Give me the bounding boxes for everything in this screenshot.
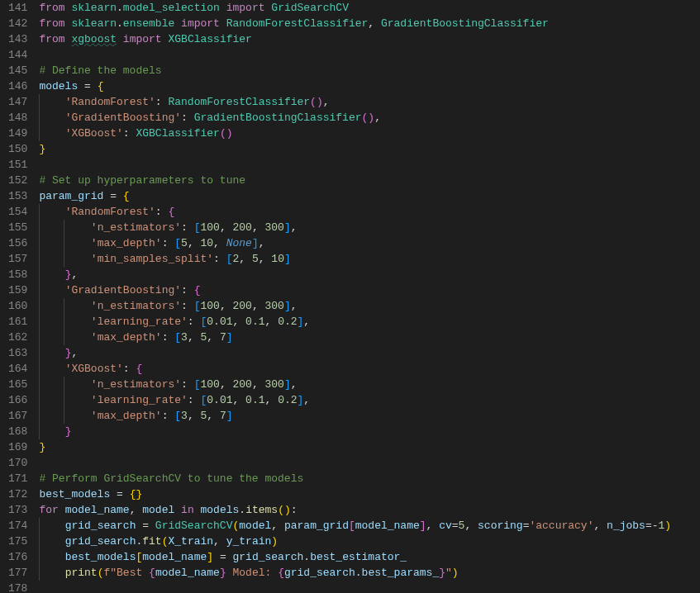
line-number: 169: [8, 439, 27, 455]
indent-guide: [39, 314, 40, 330]
token-mod: sklearn: [71, 17, 117, 30]
code-line[interactable]: 'GradientBoosting': {: [39, 282, 700, 298]
token-str: 'XGBoost': [65, 127, 123, 140]
token-fn: fit: [142, 535, 161, 548]
indent-guide: [64, 220, 64, 235]
line-number: 159: [8, 282, 27, 298]
indent-guide: [39, 220, 40, 235]
code-line[interactable]: 'RandomForest': {: [39, 204, 700, 220]
token-punc: =: [78, 80, 97, 93]
token-brk1: ): [284, 504, 291, 516]
token-punc: =-: [645, 519, 659, 532]
code-line[interactable]: 'max_depth': [5, 10, None],: [39, 235, 700, 251]
code-line[interactable]: 'XGBoost': XGBClassifier(): [39, 126, 700, 141]
token-str: 'n_estimators': [91, 221, 181, 234]
token-brk3: ]: [226, 331, 233, 344]
code-line[interactable]: [39, 47, 700, 63]
token-str: 'min_samples_split': [91, 253, 213, 265]
line-number: 166: [8, 392, 27, 408]
token-punc: :: [181, 284, 194, 296]
code-line[interactable]: },: [39, 345, 700, 361]
token-var: best_models: [65, 551, 136, 563]
token-cmt: # Set up hyperparameters to tune: [39, 174, 245, 187]
code-line[interactable]: 'GradientBoosting': GradientBoostingClas…: [39, 110, 700, 126]
token-punc: [39, 284, 64, 296]
token-brk3: ]: [284, 378, 291, 391]
token-punc: ,: [188, 237, 201, 249]
token-mod: XGBClassifier: [168, 33, 251, 45]
indent-guide: [39, 235, 40, 251]
token-punc: ,: [252, 300, 265, 312]
line-number: 146: [8, 78, 27, 94]
code-line[interactable]: 'XGBoost': {: [39, 361, 700, 377]
indent-guide: [39, 361, 40, 377]
token-brk3: [: [174, 237, 181, 249]
token-mod-u: xgboost: [71, 33, 117, 45]
line-number: 148: [8, 110, 27, 126]
token-punc: [39, 394, 90, 406]
code-line[interactable]: 'learning_rate': [0.01, 0.1, 0.2],: [39, 314, 700, 330]
code-line[interactable]: 'n_estimators': [100, 200, 300],: [39, 298, 700, 314]
code-line[interactable]: from xgboost import XGBClassifier: [39, 31, 700, 47]
token-num: 100: [200, 221, 219, 234]
token-brk2: ): [317, 96, 323, 108]
token-punc: :: [162, 331, 175, 344]
indent-guide: [39, 204, 40, 220]
code-line[interactable]: best_models[model_name] = grid_search.be…: [39, 549, 700, 565]
code-line[interactable]: for model_name, model in models.items():: [39, 502, 700, 518]
code-line[interactable]: models = {: [39, 78, 700, 94]
indent-guide: [39, 330, 40, 345]
code-line[interactable]: # Define the models: [39, 63, 700, 78]
code-line[interactable]: from sklearn.ensemble import RandomFores…: [39, 16, 700, 31]
code-line[interactable]: 'max_depth': [3, 5, 7]: [39, 330, 700, 345]
code-line[interactable]: 'min_samples_split': [2, 5, 10]: [39, 251, 700, 267]
code-content[interactable]: from sklearn.model_selection import Grid…: [39, 0, 700, 593]
code-line[interactable]: 'n_estimators': [100, 200, 300],: [39, 377, 700, 392]
token-punc: ,: [220, 300, 233, 312]
token-punc: :: [181, 378, 194, 391]
code-line[interactable]: # Set up hyperparameters to tune: [39, 173, 700, 188]
line-number: 174: [8, 518, 27, 534]
code-line[interactable]: [39, 581, 700, 593]
code-line[interactable]: 'learning_rate': [0.01, 0.1, 0.2],: [39, 392, 700, 408]
code-line[interactable]: 'RandomForest': RandomForestClassifier()…: [39, 94, 700, 110]
code-line[interactable]: from sklearn.model_selection import Grid…: [39, 0, 700, 16]
line-number: 173: [8, 502, 27, 518]
token-punc: :: [188, 315, 201, 328]
line-number: 178: [8, 581, 27, 593]
token-punc: =: [110, 488, 129, 500]
code-editor[interactable]: 1411421431441451461471481491501511521531…: [0, 0, 700, 593]
token-const: None: [226, 237, 252, 249]
code-line[interactable]: # Perform GridSearchCV to tune the model…: [39, 471, 700, 486]
token-punc: :: [162, 237, 175, 249]
code-line[interactable]: 'max_depth': [3, 5, 7]: [39, 408, 700, 424]
token-punc: ,: [303, 394, 310, 406]
line-number: 176: [8, 549, 27, 565]
token-brk3: ]: [284, 221, 291, 234]
token-brk3: ]: [226, 410, 233, 422]
token-punc: [39, 300, 90, 312]
code-line[interactable]: [39, 455, 700, 471]
code-line[interactable]: best_models = {}: [39, 486, 700, 502]
token-punc: ,: [188, 331, 201, 344]
code-line[interactable]: grid_search = GridSearchCV(model, param_…: [39, 518, 700, 534]
token-brk3: [: [174, 331, 181, 344]
code-line[interactable]: 'n_estimators': [100, 200, 300],: [39, 220, 700, 235]
line-number: 164: [8, 361, 27, 377]
token-punc: [39, 253, 90, 265]
code-line[interactable]: }: [39, 439, 700, 455]
code-line[interactable]: print(f"Best {model_name} Model: {grid_s…: [39, 565, 700, 581]
token-str: 'GradientBoosting': [65, 111, 181, 124]
code-line[interactable]: },: [39, 267, 700, 282]
token-brk2: {: [194, 284, 201, 296]
code-line[interactable]: param_grid = {: [39, 188, 700, 204]
token-var: grid_search: [65, 535, 136, 548]
code-line[interactable]: }: [39, 141, 700, 157]
indent-guide: [39, 345, 40, 361]
code-line[interactable]: [39, 157, 700, 173]
token-punc: [39, 347, 64, 359]
code-line[interactable]: }: [39, 424, 700, 439]
code-line[interactable]: grid_search.fit(X_train, y_train): [39, 534, 700, 549]
token-punc: [117, 33, 123, 45]
token-num: 7: [220, 331, 226, 344]
